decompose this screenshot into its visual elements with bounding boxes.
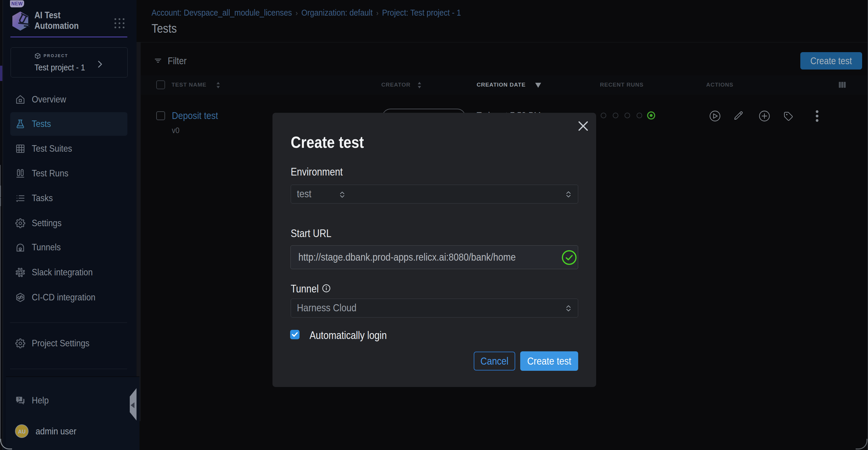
svg-text:?: ? — [18, 397, 20, 401]
